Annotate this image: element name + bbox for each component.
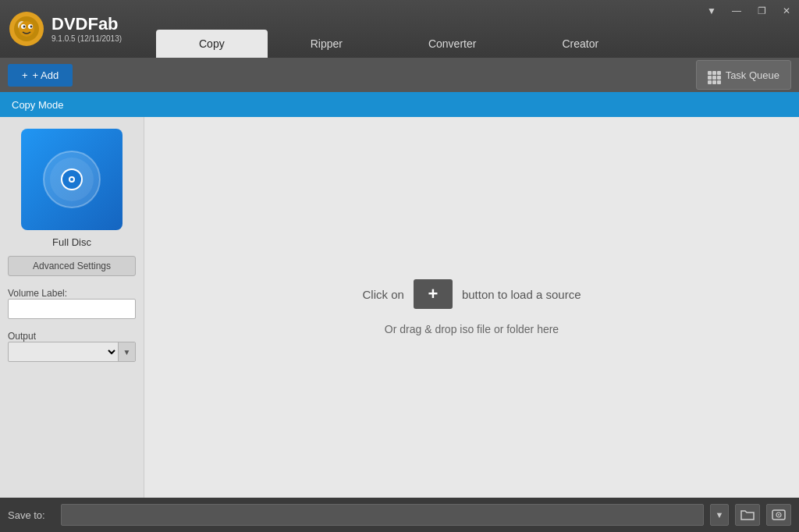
plus-button[interactable]: +: [414, 279, 453, 309]
advanced-settings-button[interactable]: Advanced Settings: [8, 256, 136, 276]
window-controls: ▼ — ❐ ✕: [699, 0, 799, 22]
folder-open-icon-btn[interactable]: [735, 504, 760, 526]
disc-label: Full Disc: [52, 236, 91, 248]
disc-drive-icon-btn[interactable]: [766, 504, 791, 526]
bottom-bar: Save to: ▼: [0, 498, 799, 532]
save-to-path: [61, 504, 704, 526]
output-select-container: ▼: [8, 342, 136, 362]
title-bar: DVDFab 9.1.0.5 (12/11/2013) Copy Ripper …: [0, 0, 799, 58]
logo-text: DVDFab 9.1.0.5 (12/11/2013): [51, 16, 122, 43]
task-queue-label: Task Queue: [726, 69, 779, 81]
task-queue-button[interactable]: Task Queue: [696, 60, 791, 90]
app-name: DVDFab: [51, 16, 122, 33]
save-to-dropdown-icon[interactable]: ▼: [710, 504, 729, 526]
svg-point-3: [19, 21, 34, 37]
content-area: Click on + button to load a source Or dr…: [144, 117, 799, 498]
svg-point-14: [70, 178, 73, 181]
plus-icon: +: [428, 284, 438, 304]
load-source-text: button to load a source: [462, 288, 581, 301]
app-version: 9.1.0.5 (12/11/2013): [51, 34, 122, 43]
save-to-label: Save to:: [8, 509, 55, 521]
svg-point-7: [30, 26, 33, 28]
tab-bar: Copy Ripper Converter Creator: [156, 19, 641, 58]
svg-point-17: [778, 514, 779, 516]
add-button[interactable]: + + Add: [8, 64, 73, 87]
tab-ripper[interactable]: Ripper: [268, 30, 385, 58]
add-label: + Add: [33, 69, 59, 81]
toolbar: + + Add Task Queue: [0, 58, 799, 92]
dvdfab-logo: [8, 10, 45, 48]
output-select[interactable]: [9, 344, 118, 360]
tab-copy[interactable]: Copy: [156, 30, 268, 58]
output-dropdown-arrow-icon[interactable]: ▼: [118, 342, 135, 361]
output-label: Output: [8, 331, 136, 342]
volume-label: Volume Label:: [8, 288, 136, 299]
volume-input[interactable]: [8, 299, 136, 319]
add-icon: +: [22, 69, 28, 81]
disc-drive-svg: [772, 509, 786, 521]
mode-bar: Copy Mode: [0, 92, 799, 117]
minimize-button[interactable]: —: [724, 0, 749, 22]
click-on-text: Click on: [363, 288, 404, 301]
restore-button[interactable]: ❐: [749, 0, 774, 22]
tab-creator[interactable]: Creator: [519, 30, 641, 58]
main-layout: Full Disc Advanced Settings Volume Label…: [0, 117, 799, 498]
output-section: Output ▼: [8, 327, 136, 362]
tab-converter[interactable]: Converter: [385, 30, 519, 58]
task-queue-icon: [708, 66, 721, 84]
full-disc-container: Full Disc: [8, 129, 136, 248]
volume-label-section: Volume Label:: [8, 284, 136, 319]
advanced-settings-label: Advanced Settings: [33, 261, 111, 271]
close-button[interactable]: ✕: [774, 0, 799, 22]
mode-label: Copy Mode: [12, 99, 63, 111]
settings-icon-btn[interactable]: ▼: [699, 0, 724, 22]
drag-drop-text: Or drag & drop iso file or folder here: [385, 323, 559, 335]
sidebar: Full Disc Advanced Settings Volume Label…: [0, 117, 144, 498]
svg-point-6: [23, 26, 26, 28]
load-source-area: Click on + button to load a source: [363, 279, 581, 309]
logo-area: DVDFab 9.1.0.5 (12/11/2013): [0, 10, 156, 48]
full-disc-icon[interactable]: [21, 129, 123, 230]
disc-svg: [41, 148, 103, 211]
